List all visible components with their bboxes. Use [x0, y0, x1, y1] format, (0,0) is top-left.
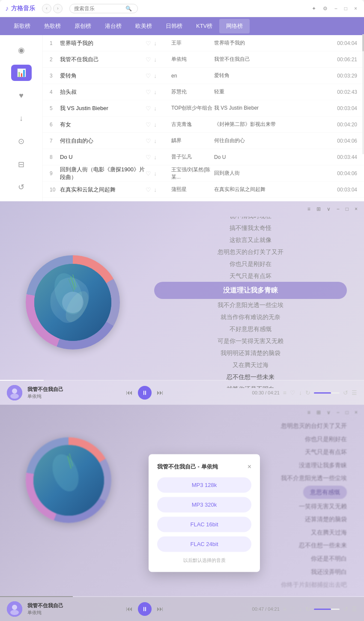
download-option-mp3-320[interactable]: MP3 320k	[157, 497, 251, 512]
download-option-flac-24[interactable]: FLAC 24bit	[157, 536, 251, 552]
app-name: 方格音乐	[11, 5, 35, 12]
maximize-button[interactable]: □	[343, 6, 349, 12]
like-icon[interactable]: ♡	[146, 56, 151, 63]
dialog-close-button[interactable]: ×	[248, 463, 251, 470]
dialog-footer[interactable]: 以后默认选择的音质	[157, 557, 251, 563]
p2-avatar	[7, 385, 22, 400]
song-duration: 00:03:44	[331, 154, 357, 160]
sidebar-item-local[interactable]: ⊟	[11, 156, 32, 172]
table-row[interactable]: 7 何往自由的心 ♡ ↓ 龋界 何往自由的心 00:04:06	[43, 133, 364, 149]
download-option-mp3-128[interactable]: MP3 128k	[157, 477, 251, 493]
download-icon[interactable]: ↓	[154, 40, 157, 47]
p2-playlist-button[interactable]: ↺	[343, 389, 348, 396]
p3-share-button[interactable]: ↻	[305, 606, 310, 612]
download-icon[interactable]: ↓	[154, 105, 157, 112]
tab-internet[interactable]: 网络榜	[219, 19, 250, 33]
p3-download-button[interactable]: ↓	[299, 606, 302, 612]
p3-queue-button[interactable]: ☰	[352, 606, 357, 612]
song-artist: 苏慧伦	[171, 88, 214, 96]
download-icon[interactable]: ↓	[154, 121, 157, 128]
search-bar[interactable]: 🔍	[69, 4, 138, 13]
p3-lyric-11: 我还没弄明白	[311, 566, 347, 578]
song-actions: ♡ ↓	[146, 154, 171, 161]
download-icon[interactable]: ↓	[154, 89, 157, 96]
tab-original[interactable]: 原创榜	[68, 19, 98, 33]
settings-icon[interactable]: ⚙	[321, 6, 329, 12]
p3-next-button[interactable]: ⏭	[157, 605, 164, 613]
download-icon[interactable]: ↓	[154, 154, 157, 161]
sidebar-item-recent[interactable]: ⊙	[11, 134, 32, 149]
p2-close-button[interactable]: ×	[353, 206, 359, 212]
scrollbar-thumb[interactable]	[362, 34, 364, 51]
forward-button[interactable]: ›	[53, 4, 63, 13]
p3-playlist-button[interactable]: ↺	[343, 606, 348, 612]
table-row[interactable]: 2 我管不住我自己 ♡ ↓ 单依纯 我管不住我自己 00:06:21	[43, 51, 364, 68]
like-icon[interactable]: ♡	[146, 89, 151, 96]
p2-volume-bar[interactable]	[314, 392, 340, 394]
minimize-button[interactable]: −	[333, 6, 339, 12]
download-option-flac-16[interactable]: FLAC 16bit	[157, 517, 251, 532]
p3-prev-button[interactable]: ⏮	[126, 605, 133, 613]
p3-volume-bar[interactable]	[314, 609, 340, 610]
album-image	[34, 264, 111, 341]
sidebar-item-favorites[interactable]: ♥	[11, 88, 32, 104]
table-row[interactable]: 9 回到唐人街（电影《唐探1900》片段曲） ♡ ↓ 王宝强/刘某然(陈某...…	[43, 165, 364, 182]
sidebar-item-playlist[interactable]: ↺	[11, 179, 32, 195]
table-row[interactable]: 3 爱转角 ♡ ↓ en 爱转角 00:03:29	[43, 68, 364, 84]
tab-hktw[interactable]: 港台榜	[98, 19, 128, 33]
like-icon[interactable]: ♡	[146, 105, 151, 112]
p2-lyrics-icon[interactable]: ≡	[283, 389, 286, 396]
table-row[interactable]: 5 我 VS Justin Bieber ♡ ↓ TOP创班少年组合 我 VS …	[43, 100, 364, 116]
table-row[interactable]: 4 抬头叔 ♡ ↓ 苏慧伦 轻重 00:02:43	[43, 84, 364, 100]
p2-queue-button[interactable]: ☰	[352, 389, 357, 396]
download-icon[interactable]: ↓	[154, 56, 157, 63]
download-icon[interactable]: ↓	[154, 137, 157, 144]
p2-download-button[interactable]: ↓	[299, 389, 302, 396]
table-row[interactable]: 10 在真实和云鼠之间起舞 ♡ ↓ 蒲熙星 在真实和云鼠之间起舞 00:03:0…	[43, 182, 364, 198]
p2-settings-icon[interactable]: ⊞	[315, 206, 322, 212]
table-row[interactable]: 6 有女 ♡ ↓ 古克青逸 《封神第二部》影视出来带 00:04:20	[43, 116, 364, 133]
download-icon[interactable]: ↓	[154, 170, 157, 177]
sidebar-item-charts[interactable]: 📊	[11, 65, 32, 81]
close-button[interactable]: ×	[352, 6, 359, 12]
like-icon[interactable]: ♡	[146, 40, 151, 47]
song-title: 我管不住我自己	[60, 56, 146, 63]
song-duration: 00:06:21	[331, 57, 357, 63]
tab-hot-songs[interactable]: 热歌榜	[37, 19, 68, 33]
like-icon[interactable]: ♡	[146, 170, 151, 177]
song-artist: 古克青逸	[171, 121, 214, 128]
sidebar-item-download[interactable]: ↓	[11, 110, 32, 126]
sidebar-item-discover[interactable]: ◉	[11, 42, 32, 58]
like-icon[interactable]: ♡	[146, 121, 151, 128]
p2-play-button[interactable]: ⏸	[138, 386, 152, 400]
p2-like-button[interactable]: ♡	[290, 389, 295, 396]
p3-play-button[interactable]: ⏸	[138, 602, 152, 616]
p2-share-button[interactable]: ↻	[305, 389, 310, 396]
favorite-button[interactable]: ✦	[310, 6, 318, 12]
table-row[interactable]: 1 世界嘻予我的 ♡ ↓ 王菲 世界嘻予我的 00:04:04	[43, 35, 364, 51]
like-icon[interactable]: ♡	[146, 137, 151, 144]
scrollbar[interactable]	[362, 34, 364, 154]
p2-prev-button[interactable]: ⏮	[126, 389, 133, 397]
song-duration: 00:03:04	[331, 187, 357, 193]
p2-minimize-button[interactable]: −	[335, 206, 341, 212]
table-row[interactable]: 8 Do U ♡ ↓ 普子弘凡 Do U 00:03:44	[43, 149, 364, 165]
tab-new-songs[interactable]: 新歌榜	[7, 19, 37, 33]
download-icon[interactable]: ↓	[154, 186, 157, 193]
p2-menu-icon[interactable]: ≡	[306, 206, 312, 212]
like-icon[interactable]: ♡	[146, 154, 151, 161]
download-icon[interactable]: ↓	[154, 72, 157, 79]
search-input[interactable]	[74, 6, 125, 12]
p3-like-button[interactable]: ♡	[290, 606, 295, 612]
p2-next-button[interactable]: ⏭	[157, 389, 164, 397]
p2-chevron-icon[interactable]: ∨	[325, 206, 332, 212]
p2-maximize-button[interactable]: □	[344, 206, 350, 212]
tab-western[interactable]: 欧美榜	[128, 19, 159, 33]
search-icon: 🔍	[125, 6, 132, 12]
like-icon[interactable]: ♡	[146, 72, 151, 79]
tab-ktv[interactable]: KTV榜	[189, 19, 219, 33]
back-button[interactable]: ‹	[42, 4, 51, 13]
p3-lyrics-icon[interactable]: ≡	[283, 606, 286, 612]
tab-jpkr[interactable]: 日韩榜	[159, 19, 189, 33]
like-icon[interactable]: ♡	[146, 186, 151, 193]
